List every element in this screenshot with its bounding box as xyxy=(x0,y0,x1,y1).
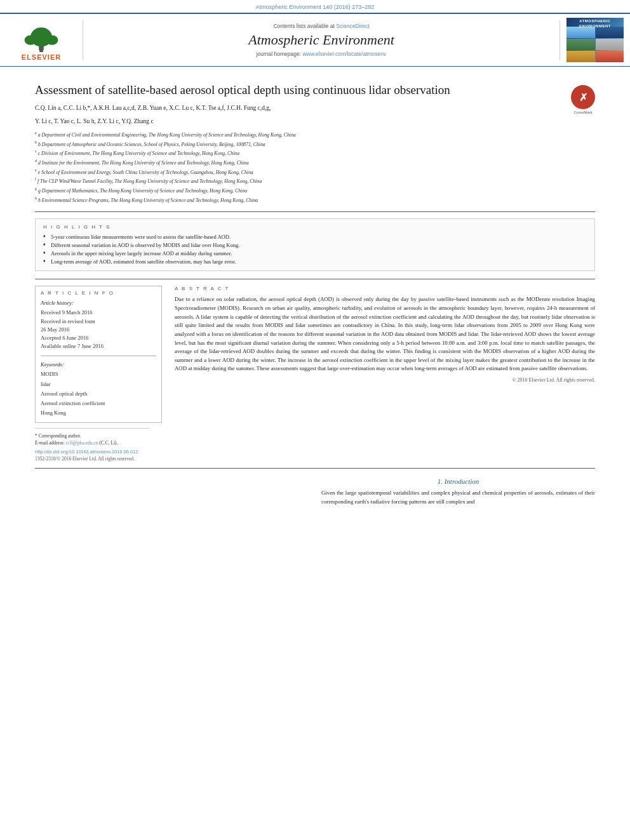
highlights-heading: H I G H L I G H T S xyxy=(43,224,587,230)
revised-date: 26 May 2016 xyxy=(41,326,156,334)
highlight-item-1: 5-year continuous lidar measurements wer… xyxy=(43,233,587,241)
keyword-4: Aerosol extinction coefficient xyxy=(41,399,156,408)
elsevier-tree-icon xyxy=(16,19,67,52)
bottom-divider xyxy=(35,468,595,469)
keyword-2: lidar xyxy=(41,380,156,389)
svg-point-3 xyxy=(46,36,58,45)
intro-text: Given the large spatiotemporal variabili… xyxy=(321,489,595,506)
journal-name: Atmospheric Environment xyxy=(96,32,547,48)
keyword-5: Hong Kong xyxy=(41,408,156,418)
authors-line1: C.Q. Lin a, C.C. Li b,*, A.K.H. Lau a,c,… xyxy=(35,103,595,113)
highlight-item-3: Aerosols in the upper mixing layer large… xyxy=(43,250,587,258)
affil-e: e e School of Environment and Energy, So… xyxy=(35,168,595,177)
affil-c: c c Division of Environment, The Hong Ko… xyxy=(35,149,595,157)
crossmark-icon: ✗ xyxy=(571,85,595,109)
doi-line[interactable]: http://dx.doi.org/10.1016/j.atmosenv.201… xyxy=(35,449,149,455)
keyword-1: MODIS xyxy=(41,370,156,379)
affil-g: g g Department of Mathematics, The Hong … xyxy=(35,186,595,195)
journal-header: ELSEVIER Contents lists available at Sci… xyxy=(0,13,630,67)
highlight-item-2: Different seasonal variation in AOD is o… xyxy=(43,241,587,250)
sciencedirect-line: Contents lists available at ScienceDirec… xyxy=(96,23,547,29)
received-revised-label: Received in revised form xyxy=(41,317,156,326)
abstract-col: A B S T R A C T Due to a reliance on sol… xyxy=(175,286,595,462)
available-date: Available online 7 June 2016 xyxy=(41,342,156,350)
highlights-list: 5-year continuous lidar measurements wer… xyxy=(43,233,587,265)
highlights-section: H I G H L I G H T S 5-year continuous li… xyxy=(35,218,595,271)
main-content: ✗ CrossMark Assessment of satellite-base… xyxy=(0,67,630,512)
introduction-section: 1. Introduction Given the large spatiote… xyxy=(35,477,595,506)
email-link[interactable]: ccli@pku.edu.cn xyxy=(66,440,98,446)
footnotes-area: * Corresponding author. E-mail address: … xyxy=(35,428,149,462)
elsevier-wordmark: ELSEVIER xyxy=(22,53,61,61)
homepage-line: journal homepage: www.elsevier.com/locat… xyxy=(96,51,547,57)
title-area: ✗ CrossMark Assessment of satellite-base… xyxy=(35,82,595,98)
crossmark-label: CrossMark xyxy=(571,110,595,114)
keyword-3: Aerosol optical depth xyxy=(41,389,156,399)
affiliations: a a Department of Civil and Environmenta… xyxy=(35,130,595,204)
crossmark-badge: ✗ CrossMark xyxy=(571,85,595,114)
corresponding-author-note: * Corresponding author. xyxy=(35,432,149,439)
abstract-heading: A B S T R A C T xyxy=(175,286,595,291)
svg-rect-5 xyxy=(39,49,43,52)
intro-section-title: 1. Introduction xyxy=(321,477,595,485)
copyright-line: © 2016 Elsevier Ltd. All rights reserved… xyxy=(175,377,595,383)
affil-f: f f The CLP Wind/Wave Tunnel Facility, T… xyxy=(35,177,595,185)
svg-point-2 xyxy=(25,36,37,45)
keywords-list: MODIS lidar Aerosol optical depth Aeroso… xyxy=(41,370,156,418)
divider-1 xyxy=(35,211,595,212)
affil-b: b b Department of Atmospheric and Oceani… xyxy=(35,140,595,149)
elsevier-logo-area: ELSEVIER xyxy=(6,19,76,61)
journal-cover-image: ATMOSPHERICENVIRONMENT xyxy=(566,18,624,62)
intro-col-left xyxy=(35,477,309,506)
elsevier-logo: ELSEVIER xyxy=(16,19,67,61)
keywords-label: Keywords: xyxy=(41,361,156,368)
accepted-date: Accepted 6 June 2016 xyxy=(41,334,156,342)
issn-line: 1352-2310/© 2016 Elsevier Ltd. All right… xyxy=(35,456,149,462)
intro-col-right: 1. Introduction Given the large spatiote… xyxy=(321,477,595,506)
abstract-text: Due to a reliance on solar radiation, th… xyxy=(175,295,595,373)
authors-line2: Y. Li c, T. Yao c, L. Su h, Z.Y. Li c, Y… xyxy=(35,117,595,126)
sciencedirect-link[interactable]: ScienceDirect xyxy=(336,23,369,29)
journal-info: Contents lists available at ScienceDirec… xyxy=(83,20,560,60)
article-history-label: Article history: xyxy=(41,300,156,306)
email-note: E-mail address: ccli@pku.edu.cn (C.C. Li… xyxy=(35,439,149,446)
intro-columns: 1. Introduction Given the large spatiote… xyxy=(35,477,595,506)
affil-h: h h Environmental Science Programs, The … xyxy=(35,196,595,204)
affil-a: a a Department of Civil and Environmenta… xyxy=(35,130,595,139)
journal-thumbnail: ATMOSPHERICENVIRONMENT xyxy=(566,18,624,62)
article-abstract-area: A R T I C L E I N F O Article history: R… xyxy=(35,286,595,462)
homepage-link[interactable]: www.elsevier.com/locate/atmosenv xyxy=(302,51,386,57)
article-info-col: A R T I C L E I N F O Article history: R… xyxy=(35,286,162,462)
article-info-box: A R T I C L E I N F O Article history: R… xyxy=(35,286,162,422)
divider-2 xyxy=(35,279,595,279)
affil-d: d d Institute for the Environment, The H… xyxy=(35,158,595,167)
article-info-heading: A R T I C L E I N F O xyxy=(41,290,156,296)
received-date: Received 9 March 2016 xyxy=(41,309,156,317)
keywords-divider xyxy=(41,356,156,356)
citation-text: Atmospheric Environment 140 (2016) 273–2… xyxy=(256,4,375,10)
top-citation: Atmospheric Environment 140 (2016) 273–2… xyxy=(0,0,630,13)
highlight-item-4: Long-term average of AOD, estimated from… xyxy=(43,258,587,266)
paper-title: Assessment of satellite-based aerosol op… xyxy=(35,82,595,98)
